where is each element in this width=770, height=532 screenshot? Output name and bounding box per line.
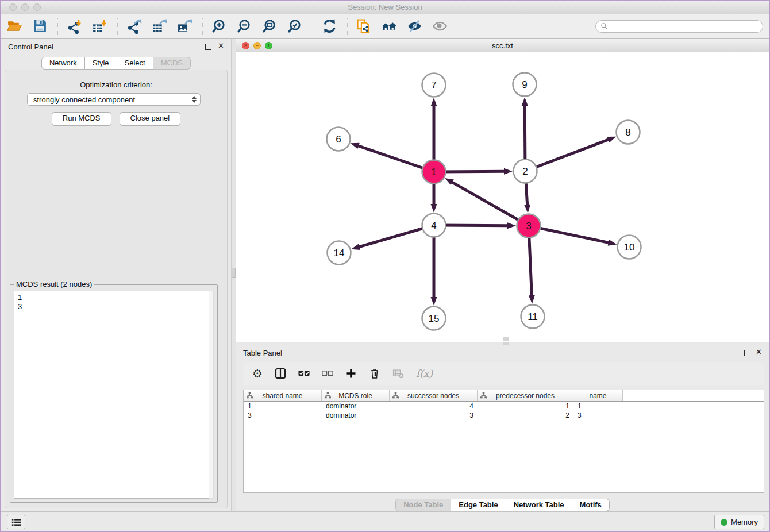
- table-gear-button[interactable]: ⚙: [252, 366, 263, 381]
- new-network-from-selection-icon: [356, 18, 372, 34]
- table-tabs: Node TableEdge TableNetwork TableMotifs: [236, 499, 769, 511]
- zoom-fit-button[interactable]: [260, 17, 279, 36]
- tab-network-table[interactable]: Network Table: [506, 499, 572, 511]
- tab-edge-table[interactable]: Edge Table: [451, 499, 506, 511]
- table-cell[interactable]: 1: [478, 402, 573, 410]
- add-column-button[interactable]: [345, 366, 357, 381]
- insert-column-icon: [275, 368, 286, 379]
- graph-node-label: 7: [431, 80, 436, 91]
- vertical-splitter[interactable]: [231, 39, 236, 512]
- close-table-panel-icon[interactable]: ✕: [756, 348, 762, 356]
- canvas-scroll-grip[interactable]: [503, 337, 509, 341]
- network-graph: 7968124314101511: [236, 52, 769, 342]
- table-cell[interactable]: 1: [573, 402, 623, 410]
- column-header-mcds-role[interactable]: MCDS role: [322, 390, 390, 401]
- dropdown-stepper-icon: [192, 96, 197, 103]
- zoom-out-icon: [237, 18, 252, 34]
- graph-node-label: 14: [334, 248, 345, 259]
- task-history-button[interactable]: [7, 515, 25, 529]
- toolbar-separator: [57, 18, 59, 35]
- float-table-panel-icon[interactable]: [744, 350, 750, 356]
- zoom-out-button[interactable]: [234, 17, 254, 36]
- network-canvas[interactable]: 7968124314101511: [236, 52, 769, 342]
- memory-button[interactable]: Memory: [714, 515, 764, 529]
- optimization-criterion-dropdown[interactable]: strongly connected component: [27, 93, 201, 106]
- select-all-button[interactable]: [298, 366, 310, 381]
- toolbar-separator: [202, 18, 203, 35]
- toolbar-separator: [117, 18, 118, 35]
- tab-select[interactable]: Select: [117, 57, 153, 70]
- delete-table-button: [392, 366, 404, 381]
- float-panel-icon[interactable]: [205, 44, 211, 50]
- table-cell[interactable]: 3: [390, 411, 478, 419]
- tab-network[interactable]: Network: [41, 57, 85, 70]
- table-row[interactable]: 3dominator323: [244, 411, 764, 420]
- table-panel: Table Panel ✕ ⚙f(x) shared nameMCDS role…: [236, 345, 769, 512]
- tab-style[interactable]: Style: [85, 57, 117, 70]
- select-all-icon: [298, 368, 310, 379]
- import-table-icon: [92, 18, 107, 34]
- save-session-button[interactable]: [30, 17, 49, 36]
- hide-selected-button[interactable]: [405, 17, 424, 36]
- table-gear-icon: ⚙: [252, 368, 263, 379]
- open-file-button[interactable]: [5, 17, 24, 36]
- main-area: Control Panel ✕ NetworkStyleSelectMCDS O…: [1, 39, 769, 512]
- task-list-icon: [11, 518, 21, 526]
- new-network-from-selection-button[interactable]: [354, 17, 374, 36]
- edge-arrowhead: [431, 204, 437, 213]
- tab-mcds[interactable]: MCDS: [153, 57, 191, 70]
- tab-motifs[interactable]: Motifs: [572, 499, 610, 511]
- apply-layout-button[interactable]: [319, 17, 339, 36]
- column-header-successor-nodes[interactable]: successor nodes: [390, 390, 478, 401]
- search-input[interactable]: [611, 21, 758, 31]
- table-cell[interactable]: dominator: [322, 402, 390, 410]
- table-cell[interactable]: 3: [573, 411, 623, 419]
- tab-node-table[interactable]: Node Table: [395, 499, 451, 511]
- edge-3-1[interactable]: [451, 182, 529, 226]
- column-header-predecessor-nodes[interactable]: predecessor nodes: [478, 390, 573, 401]
- toolbar-separator: [347, 18, 348, 35]
- close-panel-button[interactable]: Close panel: [120, 112, 181, 126]
- table-cell[interactable]: 1: [244, 402, 322, 410]
- edge-arrowhead: [431, 98, 437, 106]
- deselect-all-button[interactable]: [322, 366, 333, 381]
- edge-arrowhead: [431, 297, 437, 306]
- edge-2-8[interactable]: [525, 139, 609, 171]
- result-scrollbar[interactable]: [209, 291, 214, 499]
- zoom-selected-button[interactable]: [285, 17, 305, 36]
- main-toolbar: [1, 14, 769, 39]
- delete-column-button[interactable]: [369, 366, 380, 381]
- edge-arrowhead: [504, 168, 513, 175]
- mcds-result-text[interactable]: 1 3: [14, 291, 214, 499]
- table-row[interactable]: 1dominator411: [244, 402, 764, 411]
- export-image-icon: [177, 18, 192, 34]
- import-network-icon: [67, 18, 82, 34]
- hide-selected-icon: [407, 18, 422, 34]
- column-header-name[interactable]: name: [573, 390, 623, 401]
- table-cell[interactable]: 4: [390, 402, 478, 410]
- import-table-button[interactable]: [90, 17, 109, 36]
- table-cell[interactable]: 3: [244, 411, 322, 419]
- table-cell[interactable]: 2: [478, 411, 573, 419]
- export-table-button[interactable]: [149, 17, 169, 36]
- show-hidden-icon: [432, 18, 448, 34]
- hierarchy-icon: [325, 392, 331, 399]
- network-window-titlebar: ✕ − + scc.txt: [236, 39, 769, 53]
- export-network-button[interactable]: [124, 17, 144, 36]
- optimization-criterion-label: Optimization criterion:: [5, 80, 227, 89]
- close-panel-icon[interactable]: ✕: [218, 41, 224, 50]
- zoom-in-button[interactable]: [209, 17, 229, 36]
- run-mcds-button[interactable]: Run MCDS: [52, 112, 111, 126]
- export-table-icon: [152, 18, 167, 34]
- first-neighbors-button[interactable]: [379, 17, 399, 36]
- insert-column-button[interactable]: [275, 366, 286, 381]
- export-image-button[interactable]: [175, 17, 194, 36]
- title-bar: Session: New Session: [1, 1, 769, 14]
- show-hidden-button: [430, 17, 449, 36]
- table-cell[interactable]: dominator: [322, 411, 390, 419]
- import-network-button[interactable]: [64, 17, 84, 36]
- edge-arrowhead: [507, 222, 516, 229]
- column-header-shared-name[interactable]: shared name: [244, 390, 322, 401]
- graph-node-label: 9: [522, 79, 527, 90]
- edge-arrowhead: [524, 205, 530, 213]
